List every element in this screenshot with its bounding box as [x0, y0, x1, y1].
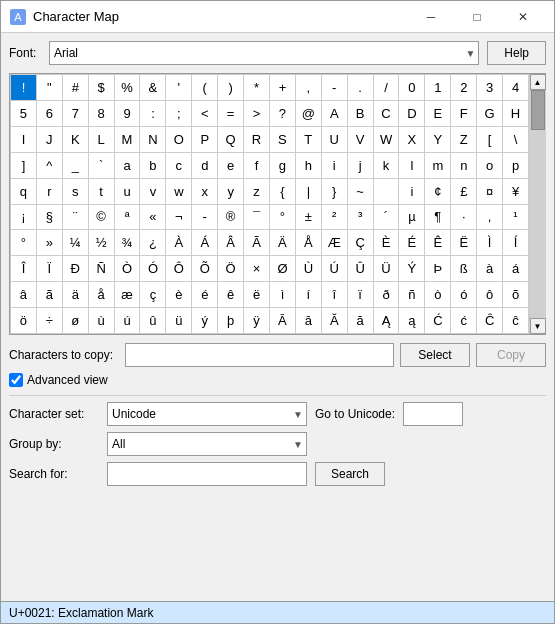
char-cell[interactable]: Ê	[425, 230, 451, 256]
char-cell[interactable]: é	[192, 282, 218, 308]
char-cell[interactable]: Î	[11, 256, 37, 282]
char-cell[interactable]: õ	[503, 282, 529, 308]
copy-button[interactable]: Copy	[476, 343, 546, 367]
char-cell[interactable]: V	[348, 127, 374, 153]
char-cell[interactable]: =	[218, 101, 244, 127]
char-cell[interactable]: Ô	[166, 256, 192, 282]
char-cell[interactable]: ¡	[11, 205, 37, 231]
char-cell[interactable]: i	[322, 153, 348, 179]
char-cell[interactable]: C	[374, 101, 400, 127]
char-cell[interactable]: A	[322, 101, 348, 127]
char-cell[interactable]: í	[296, 282, 322, 308]
char-cell[interactable]: 5	[11, 101, 37, 127]
char-cell[interactable]: b	[140, 153, 166, 179]
char-cell[interactable]: ĉ	[503, 308, 529, 334]
char-cell[interactable]: ¿	[140, 230, 166, 256]
char-cell[interactable]: ²	[322, 205, 348, 231]
advanced-view-checkbox[interactable]	[9, 373, 23, 387]
group-by-select[interactable]: All Unicode Subrange	[107, 432, 307, 456]
char-cell[interactable]: Q	[218, 127, 244, 153]
char-cell[interactable]: Ø	[270, 256, 296, 282]
char-cell[interactable]: ½	[89, 230, 115, 256]
char-cell[interactable]: I	[11, 127, 37, 153]
char-cell[interactable]: Û	[348, 256, 374, 282]
char-cell[interactable]: -	[192, 205, 218, 231]
char-cell[interactable]: k	[374, 153, 400, 179]
char-cell[interactable]: $	[89, 75, 115, 101]
char-cell[interactable]: |	[296, 179, 322, 205]
char-cell[interactable]: ?	[270, 101, 296, 127]
char-cell[interactable]: #	[63, 75, 89, 101]
char-cell[interactable]: ®	[218, 205, 244, 231]
char-cell[interactable]: _	[63, 153, 89, 179]
char-cell[interactable]: ×	[244, 256, 270, 282]
char-cell[interactable]: S	[270, 127, 296, 153]
char-cell[interactable]: Z	[451, 127, 477, 153]
char-cell[interactable]: ¾	[115, 230, 141, 256]
char-cell[interactable]: è	[166, 282, 192, 308]
char-cell[interactable]: r	[37, 179, 63, 205]
char-cell[interactable]: Ã	[244, 230, 270, 256]
char-cell[interactable]: ¼	[63, 230, 89, 256]
char-cell[interactable]: ;	[166, 101, 192, 127]
char-cell[interactable]: £	[451, 179, 477, 205]
font-select[interactable]: Arial	[49, 41, 479, 65]
char-cell[interactable]: L	[89, 127, 115, 153]
char-cell[interactable]: §	[37, 205, 63, 231]
char-cell[interactable]: à	[477, 256, 503, 282]
char-cell[interactable]: ª	[115, 205, 141, 231]
char-cell[interactable]: Ć	[425, 308, 451, 334]
char-cell[interactable]: Ë	[451, 230, 477, 256]
char-cell[interactable]: ý	[192, 308, 218, 334]
char-cell[interactable]: Á	[192, 230, 218, 256]
char-cell[interactable]: ã	[37, 282, 63, 308]
char-cell[interactable]: l	[399, 153, 425, 179]
char-cell[interactable]: Y	[425, 127, 451, 153]
char-cell[interactable]: !	[11, 75, 37, 101]
char-cell[interactable]: È	[374, 230, 400, 256]
char-cell[interactable]: î	[322, 282, 348, 308]
char-cell[interactable]: Ï	[37, 256, 63, 282]
char-cell[interactable]: ù	[89, 308, 115, 334]
char-cell[interactable]: q	[11, 179, 37, 205]
char-cell[interactable]: @	[296, 101, 322, 127]
char-cell[interactable]: 7	[63, 101, 89, 127]
char-cell[interactable]: Ä	[270, 230, 296, 256]
char-cell[interactable]: ±	[296, 205, 322, 231]
char-cell[interactable]: 3	[477, 75, 503, 101]
minimize-button[interactable]: ─	[408, 1, 454, 33]
char-cell[interactable]: 8	[89, 101, 115, 127]
help-button[interactable]: Help	[487, 41, 546, 65]
char-cell[interactable]: À	[166, 230, 192, 256]
char-cell[interactable]: ¢	[425, 179, 451, 205]
char-cell[interactable]: Æ	[322, 230, 348, 256]
char-cell[interactable]: \	[503, 127, 529, 153]
char-cell[interactable]: E	[425, 101, 451, 127]
char-cell[interactable]: F	[451, 101, 477, 127]
char-cell[interactable]: Ü	[374, 256, 400, 282]
char-cell[interactable]: ,	[477, 205, 503, 231]
char-cell[interactable]: }	[322, 179, 348, 205]
char-cell[interactable]: ú	[115, 308, 141, 334]
char-cell[interactable]: {	[270, 179, 296, 205]
char-cell[interactable]: û	[140, 308, 166, 334]
char-cell[interactable]: ,	[296, 75, 322, 101]
char-cell[interactable]: ā	[296, 308, 322, 334]
char-cell[interactable]: N	[140, 127, 166, 153]
char-cell[interactable]: K	[63, 127, 89, 153]
select-button[interactable]: Select	[400, 343, 470, 367]
char-cell[interactable]: )	[218, 75, 244, 101]
char-cell[interactable]: 1	[425, 75, 451, 101]
scroll-down-button[interactable]: ▼	[530, 318, 546, 334]
scroll-track[interactable]	[530, 90, 546, 318]
char-cell[interactable]: (	[192, 75, 218, 101]
char-cell[interactable]: h	[296, 153, 322, 179]
char-cell[interactable]: ¨	[63, 205, 89, 231]
char-cell[interactable]: :	[140, 101, 166, 127]
char-cell[interactable]: `	[89, 153, 115, 179]
char-cell[interactable]: R	[244, 127, 270, 153]
char-cell[interactable]: Õ	[192, 256, 218, 282]
char-cell[interactable]: i	[399, 179, 425, 205]
char-cell[interactable]: ð	[374, 282, 400, 308]
char-cell[interactable]: ³	[348, 205, 374, 231]
